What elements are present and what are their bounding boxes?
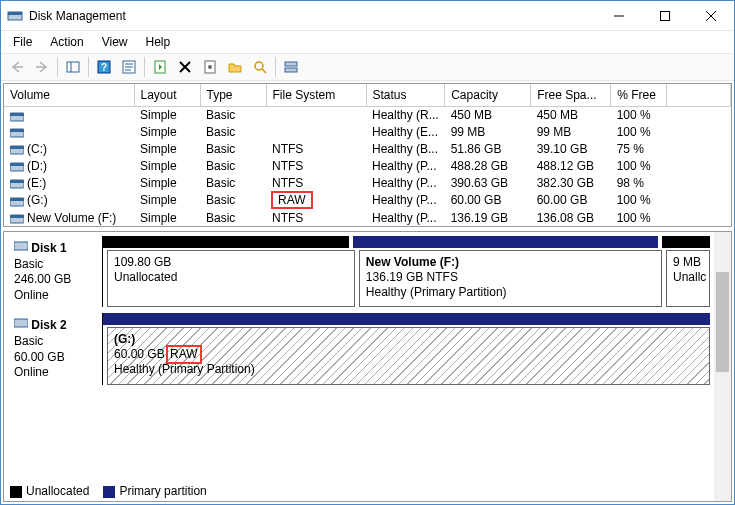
svg-rect-30 bbox=[10, 163, 24, 166]
volume-icon bbox=[10, 111, 24, 121]
svg-rect-34 bbox=[10, 198, 24, 201]
table-row[interactable]: New Volume (F:)SimpleBasicNTFSHealthy (P… bbox=[4, 209, 731, 226]
volume-icon bbox=[10, 196, 24, 206]
legend-unallocated-swatch bbox=[10, 486, 22, 498]
col-spacer bbox=[667, 84, 731, 106]
legend: Unallocated Primary partition bbox=[10, 484, 207, 498]
menubar: File Action View Help bbox=[1, 31, 734, 53]
properties-button[interactable] bbox=[117, 55, 141, 79]
disk-1-track bbox=[103, 236, 710, 248]
toolbar: ? bbox=[1, 53, 734, 81]
table-row[interactable]: (G:)SimpleBasicRAWHealthy (P...60.00 GB6… bbox=[4, 191, 731, 209]
svg-rect-28 bbox=[10, 146, 24, 149]
close-button[interactable] bbox=[688, 1, 734, 31]
table-row[interactable]: SimpleBasicHealthy (R...450 MB450 MB100 … bbox=[4, 106, 731, 123]
menu-view[interactable]: View bbox=[94, 33, 136, 51]
disk-icon bbox=[14, 241, 28, 255]
menu-help[interactable]: Help bbox=[138, 33, 179, 51]
app-icon bbox=[7, 8, 23, 24]
disk-2-label: Disk 2 Basic 60.00 GB Online bbox=[8, 313, 103, 384]
disk-1-tail-unalloc[interactable]: 9 MB Unallc bbox=[666, 250, 710, 307]
volume-icon bbox=[10, 127, 24, 137]
open-icon[interactable] bbox=[223, 55, 247, 79]
disk-1-row[interactable]: Disk 1 Basic 246.00 GB Online bbox=[8, 236, 710, 307]
volume-icon bbox=[10, 161, 24, 171]
window-controls bbox=[596, 1, 734, 31]
svg-point-18 bbox=[208, 65, 212, 69]
svg-text:?: ? bbox=[101, 62, 107, 73]
volume-icon bbox=[10, 213, 24, 223]
raw-highlight: RAW bbox=[168, 347, 200, 362]
volume-icon bbox=[10, 178, 24, 188]
delete-icon[interactable] bbox=[173, 55, 197, 79]
content-area: Volume Layout Type File System Status Ca… bbox=[1, 81, 734, 504]
disk-icon bbox=[14, 318, 28, 332]
col-volume[interactable]: Volume bbox=[4, 84, 134, 106]
maximize-button[interactable] bbox=[642, 1, 688, 31]
volume-icon bbox=[10, 144, 24, 154]
disk-graphic-pane: Disk 1 Basic 246.00 GB Online bbox=[3, 231, 732, 502]
svg-rect-38 bbox=[14, 319, 28, 327]
svg-rect-24 bbox=[10, 113, 24, 116]
svg-rect-37 bbox=[14, 242, 28, 250]
vertical-scrollbar[interactable] bbox=[714, 232, 731, 501]
disk-management-window: Disk Management File Action View Help ? bbox=[0, 0, 735, 505]
show-hide-console-tree-button[interactable] bbox=[61, 55, 85, 79]
legend-primary-swatch bbox=[103, 486, 115, 498]
menu-file[interactable]: File bbox=[5, 33, 40, 51]
settings-icon[interactable] bbox=[198, 55, 222, 79]
col-pct[interactable]: % Free bbox=[611, 84, 667, 106]
volume-table: Volume Layout Type File System Status Ca… bbox=[4, 84, 731, 226]
svg-rect-1 bbox=[8, 12, 22, 15]
svg-rect-32 bbox=[10, 180, 24, 183]
svg-rect-3 bbox=[661, 11, 670, 20]
menu-action[interactable]: Action bbox=[42, 33, 91, 51]
table-row[interactable]: (D:)SimpleBasicNTFSHealthy (P...488.28 G… bbox=[4, 157, 731, 174]
scan-icon[interactable] bbox=[248, 55, 272, 79]
disk-1-partition-f[interactable]: New Volume (F:) 136.19 GB NTFS Healthy (… bbox=[359, 250, 662, 307]
refresh-button[interactable] bbox=[148, 55, 172, 79]
help-button[interactable]: ? bbox=[92, 55, 116, 79]
table-row[interactable]: (C:)SimpleBasicNTFSHealthy (B...51.86 GB… bbox=[4, 140, 731, 157]
table-row[interactable]: (E:)SimpleBasicNTFSHealthy (P...390.63 G… bbox=[4, 174, 731, 191]
disk-2-row[interactable]: Disk 2 Basic 60.00 GB Online (G:) 60.00 … bbox=[8, 313, 710, 384]
disk-1-label: Disk 1 Basic 246.00 GB Online bbox=[8, 236, 103, 307]
svg-rect-22 bbox=[285, 68, 297, 72]
col-type[interactable]: Type bbox=[200, 84, 266, 106]
volume-list-pane: Volume Layout Type File System Status Ca… bbox=[3, 83, 732, 227]
disk-2-partition-g[interactable]: (G:) 60.00 GB RAW Healthy (Primary Parti… bbox=[107, 327, 710, 384]
disk-1-unallocated[interactable]: 109.80 GB Unallocated bbox=[107, 250, 355, 307]
svg-rect-36 bbox=[10, 215, 24, 218]
forward-button bbox=[30, 55, 54, 79]
table-header-row: Volume Layout Type File System Status Ca… bbox=[4, 84, 731, 106]
svg-point-19 bbox=[255, 62, 263, 70]
disk-2-track bbox=[103, 313, 710, 325]
back-button bbox=[5, 55, 29, 79]
col-fs[interactable]: File System bbox=[266, 84, 366, 106]
col-free[interactable]: Free Spa... bbox=[531, 84, 611, 106]
svg-rect-26 bbox=[10, 129, 24, 132]
raw-fs-highlight: RAW bbox=[272, 192, 312, 208]
svg-line-20 bbox=[262, 69, 266, 73]
col-status[interactable]: Status bbox=[366, 84, 445, 106]
disk-1-name: Disk 1 bbox=[31, 241, 66, 255]
window-title: Disk Management bbox=[29, 9, 596, 23]
scrollbar-thumb[interactable] bbox=[716, 272, 729, 372]
titlebar: Disk Management bbox=[1, 1, 734, 31]
col-layout[interactable]: Layout bbox=[134, 84, 200, 106]
svg-rect-21 bbox=[285, 62, 297, 66]
svg-rect-6 bbox=[67, 62, 79, 72]
table-row[interactable]: SimpleBasicHealthy (E...99 MB99 MB100 % bbox=[4, 123, 731, 140]
disk-2-name: Disk 2 bbox=[31, 318, 66, 332]
disk-view-icon[interactable] bbox=[279, 55, 303, 79]
col-capacity[interactable]: Capacity bbox=[445, 84, 531, 106]
minimize-button[interactable] bbox=[596, 1, 642, 31]
